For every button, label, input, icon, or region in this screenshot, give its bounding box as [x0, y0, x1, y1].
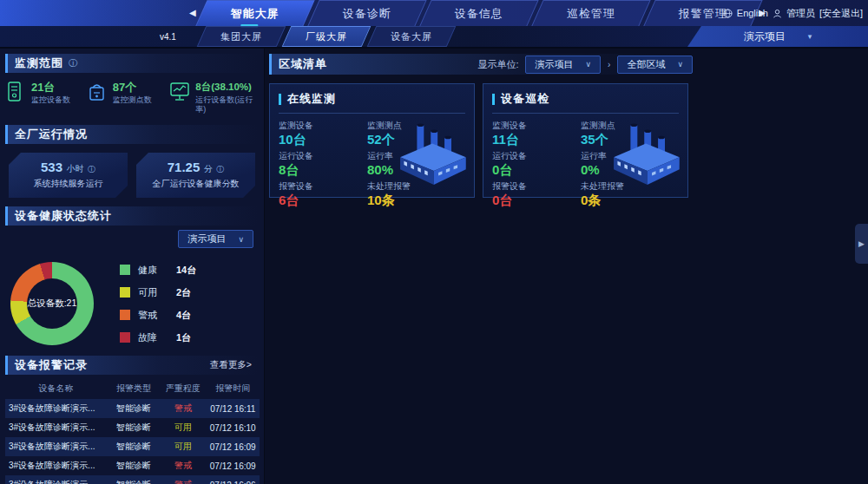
language-switch[interactable]: English [737, 8, 768, 18]
user-area: English 管理员 [安全退出] [723, 0, 863, 26]
metric: 报警设备0台 [492, 180, 572, 207]
area-select[interactable]: 全部区域 ∨ [617, 56, 693, 74]
left-panel: 监测范围 ⓘ 21台 监控设备数 87个 监控测点数 [0, 49, 265, 484]
project-select[interactable]: 演示项目 ∨ [525, 56, 601, 74]
breadcrumb-separator: › [608, 60, 610, 69]
alarm-records-title: 设备报警记录 [15, 357, 88, 373]
section-monitor-scope-header: 监测范围 ⓘ [5, 54, 259, 73]
chevron-down-icon: ▾ [808, 32, 812, 41]
stat-running-devices: 8台(38.10%) 运行设备数(运行率) [169, 81, 260, 114]
table-row[interactable]: 3#设备故障诊断演示... 智能诊断 可用 07/12 16:10 [5, 418, 260, 437]
terminal-icon [87, 81, 108, 107]
user-icon [773, 9, 782, 18]
severity-badge: 可用 [161, 418, 207, 437]
main-nav-tabs: 智能大屏 设备诊断 设备信息 巡检管理 报警管理 [201, 0, 757, 26]
main-content: 区域清单 显示单位: 演示项目 ∨ › 全部区域 ∨ 在线监测 监测设备10台 … [266, 49, 868, 484]
severity-badge: 警戒 [161, 399, 207, 418]
user-role[interactable]: 管理员 [786, 7, 815, 20]
logout-link[interactable]: [安全退出] [819, 7, 863, 20]
table-row[interactable]: 3#设备故障诊断演示... 智能诊断 警戒 07/12 16:06 [5, 475, 260, 484]
section-alarm-records-header: 设备报警记录 查看更多> [5, 356, 259, 375]
health-stats-title: 设备健康状态统计 [15, 208, 112, 224]
severity-badge: 警戒 [161, 475, 207, 484]
region-list-title: 区域清单 [279, 56, 327, 72]
display-unit-label: 显示单位: [477, 58, 518, 71]
metric: 监测设备10台 [279, 120, 358, 147]
factory-icon [394, 119, 470, 190]
subtab-device-screen[interactable]: 设备大屏 [367, 26, 457, 47]
chevron-down-icon: ∨ [677, 60, 683, 69]
legend-item-warning: 警戒 4台 [120, 309, 196, 322]
card-health-score: 71.25 分 ⓘ 全厂运行设备健康分数 [136, 153, 255, 198]
monitor-scope-stats: 21台 监控设备数 87个 监控测点数 8台(38.10%) 运行设备数(运行率… [0, 73, 264, 120]
health-legend: 健康 14台 可用 2台 警戒 4台 故障 1台 [120, 264, 196, 344]
accent-bar [279, 94, 281, 105]
plant-status-title: 全厂运行情况 [15, 127, 88, 142]
table-row[interactable]: 3#设备故障诊断演示... 智能诊断 警戒 07/12 16:09 [5, 456, 260, 475]
metric: 监测设备11台 [492, 120, 572, 147]
accent-bar [492, 94, 495, 105]
legend-item-usable: 可用 2台 [120, 286, 196, 299]
info-icon[interactable]: ⓘ [69, 57, 77, 69]
metric: 报警设备6台 [279, 180, 358, 207]
top-header: ◀ 智能大屏 设备诊断 设备信息 巡检管理 报警管理 ▶ English 管理员… [0, 0, 868, 49]
card-online-monitoring[interactable]: 在线监测 监测设备10台 监测测点52个 运行设备8台 运行率80% 报警设备6… [269, 83, 475, 198]
tab-smart-screen[interactable]: 智能大屏 [195, 0, 314, 26]
cabinet-icon [5, 81, 26, 107]
metric: 运行设备0台 [492, 150, 572, 177]
section-health-stats-header: 设备健康状态统计 [5, 206, 259, 226]
legend-item-fault: 故障 1台 [120, 331, 196, 344]
version-label: v4.1 [160, 32, 176, 42]
panel-collapse-handle[interactable]: ▶ [855, 224, 868, 264]
chevron-down-icon: ∨ [238, 235, 244, 244]
project-selector[interactable]: 演示项目 ▾ [687, 26, 868, 47]
tab-inspection-mgmt[interactable]: 巡检管理 [531, 0, 650, 26]
subtab-plant-screen[interactable]: 厂级大屏 [282, 26, 372, 47]
factory-icon [608, 119, 684, 190]
chevron-down-icon: ∨ [585, 60, 591, 69]
section-plant-status-header: 全厂运行情况 [5, 125, 259, 144]
card-device-inspection[interactable]: 设备巡检 监测设备11台 监测测点35个 运行设备0台 运行率0% 报警设备0台… [483, 83, 688, 198]
health-donut: 总设备数:21 [10, 262, 94, 345]
monitor-scope-title: 监测范围 [15, 56, 63, 71]
card-title: 设备巡检 [501, 91, 549, 107]
table-row[interactable]: 3#设备故障诊断演示... 智能诊断 可用 07/12 16:09 [5, 437, 260, 456]
tab-device-diagnosis[interactable]: 设备诊断 [307, 0, 426, 26]
severity-badge: 可用 [161, 437, 207, 456]
info-icon[interactable]: ⓘ [216, 165, 224, 173]
donut-center-label: 总设备数:21 [10, 262, 94, 345]
metric: 运行设备8台 [279, 150, 358, 177]
health-donut-chart: 总设备数:21 健康 14台 可用 2台 警戒 4台 故障 1台 [0, 248, 264, 350]
stat-monitored-devices: 21台 监控设备数 [5, 81, 87, 114]
tab-device-info[interactable]: 设备信息 [419, 0, 538, 26]
plant-status-cards: 533 小时 ⓘ 系统持续服务运行 71.25 分 ⓘ 全厂运行设备健康分数 [0, 144, 264, 201]
table-row[interactable]: 3#设备故障诊断演示... 智能诊断 警戒 07/12 16:11 [5, 399, 260, 418]
subtab-group-screen[interactable]: 集团大屏 [197, 26, 286, 47]
severity-badge: 警戒 [161, 456, 207, 475]
info-icon[interactable]: ⓘ [88, 165, 95, 173]
alarm-table-header-row: 设备名称 报警类型 严重程度 报警时间 [5, 378, 260, 399]
sub-nav-tabs: 集团大屏 厂级大屏 设备大屏 [201, 26, 451, 47]
card-service-hours: 533 小时 ⓘ 系统持续服务运行 [9, 153, 128, 198]
legend-item-healthy: 健康 14台 [120, 264, 196, 277]
health-project-select[interactable]: 演示项目 ∨ [178, 230, 253, 248]
view-more-link[interactable]: 查看更多> [210, 359, 252, 371]
alarm-table: 设备名称 报警类型 严重程度 报警时间 3#设备故障诊断演示... 智能诊断 警… [5, 378, 260, 484]
stat-monitored-points: 87个 监控测点数 [87, 81, 170, 114]
nav-prev-arrow[interactable]: ◀ [189, 8, 196, 17]
card-title: 在线监测 [287, 91, 336, 107]
monitor-icon [169, 81, 190, 107]
globe-icon [723, 9, 733, 18]
region-list-header: 区域清单 显示单位: 演示项目 ∨ › 全部区域 ∨ [269, 54, 693, 75]
